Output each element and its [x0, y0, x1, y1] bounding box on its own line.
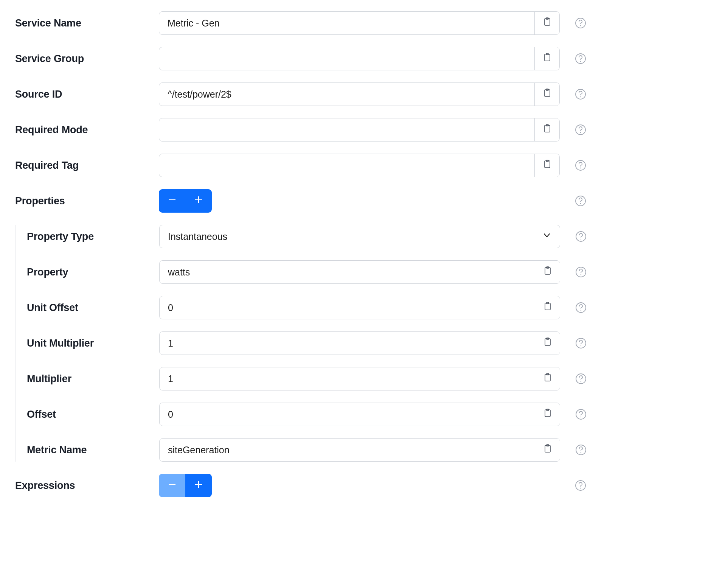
offset-label: Offset: [27, 409, 159, 420]
clipboard-icon: [543, 159, 551, 171]
expressions-help-icon[interactable]: [575, 480, 586, 491]
clipboard-icon: [543, 408, 552, 420]
property-help-icon[interactable]: [575, 266, 587, 278]
properties-button-group: [159, 189, 212, 213]
expressions-label: Expressions: [15, 480, 159, 492]
clipboard-icon: [543, 17, 551, 29]
unit-multiplier-clipboard-button[interactable]: [535, 332, 560, 355]
property-type-select[interactable]: Instantaneous: [159, 225, 560, 248]
property-type-label: Property Type: [27, 231, 159, 243]
property-type-help-icon[interactable]: [575, 231, 587, 242]
clipboard-icon: [543, 337, 552, 349]
unit-offset-label: Unit Offset: [27, 302, 159, 314]
unit-offset-clipboard-button[interactable]: [535, 296, 560, 319]
properties-remove-button[interactable]: [159, 189, 185, 213]
service-name-label: Service Name: [15, 17, 159, 29]
clipboard-icon: [543, 444, 552, 456]
properties-help-icon[interactable]: [575, 195, 586, 207]
multiplier-label: Multiplier: [27, 373, 159, 385]
required-mode-label: Required Mode: [15, 124, 159, 136]
service-name-help-icon[interactable]: [575, 17, 586, 29]
metric-name-label: Metric Name: [27, 444, 159, 456]
required-tag-input-group: [159, 154, 560, 177]
metric-name-input-group: [159, 438, 560, 462]
clipboard-icon: [543, 302, 552, 314]
plus-icon: [194, 479, 203, 492]
required-mode-clipboard-button[interactable]: [534, 118, 559, 141]
service-group-input-group: [159, 47, 560, 70]
source-id-clipboard-button[interactable]: [534, 83, 559, 106]
clipboard-icon: [543, 53, 551, 65]
clipboard-icon: [543, 124, 551, 136]
multiplier-input[interactable]: [160, 367, 535, 390]
offset-input[interactable]: [160, 403, 535, 426]
minus-icon: [167, 479, 177, 492]
unit-multiplier-help-icon[interactable]: [575, 338, 587, 349]
properties-add-button[interactable]: [185, 189, 212, 213]
service-group-input[interactable]: [159, 47, 534, 70]
service-group-label: Service Group: [15, 53, 159, 65]
unit-multiplier-label: Unit Multiplier: [27, 338, 159, 349]
clipboard-icon: [543, 373, 552, 385]
offset-help-icon[interactable]: [575, 409, 587, 420]
unit-offset-help-icon[interactable]: [575, 302, 587, 313]
multiplier-help-icon[interactable]: [575, 373, 587, 384]
unit-multiplier-input-group: [159, 331, 560, 355]
property-label: Property: [27, 266, 159, 278]
clipboard-icon: [543, 266, 552, 278]
service-group-clipboard-button[interactable]: [534, 47, 559, 70]
property-type-selected-value: Instantaneous: [160, 225, 560, 248]
properties-label: Properties: [15, 195, 159, 207]
plus-icon: [194, 195, 203, 207]
source-id-label: Source ID: [15, 89, 159, 100]
expressions-button-group: [159, 474, 212, 497]
expressions-remove-button[interactable]: [159, 474, 185, 497]
service-name-input[interactable]: [159, 12, 534, 34]
unit-multiplier-input[interactable]: [160, 332, 535, 355]
metric-name-clipboard-button[interactable]: [535, 439, 560, 461]
multiplier-input-group: [159, 367, 560, 390]
source-id-input-group: [159, 82, 560, 106]
required-tag-help-icon[interactable]: [575, 160, 586, 171]
required-mode-help-icon[interactable]: [575, 124, 586, 135]
service-name-input-group: [159, 11, 560, 35]
offset-clipboard-button[interactable]: [535, 403, 560, 426]
metric-name-help-icon[interactable]: [575, 444, 587, 456]
property-clipboard-button[interactable]: [535, 261, 560, 283]
required-tag-label: Required Tag: [15, 160, 159, 171]
required-tag-clipboard-button[interactable]: [534, 154, 559, 177]
property-input[interactable]: [160, 261, 535, 283]
service-group-help-icon[interactable]: [575, 53, 586, 64]
clipboard-icon: [543, 88, 551, 100]
metric-name-input[interactable]: [160, 439, 535, 461]
source-id-input[interactable]: [159, 83, 534, 106]
source-id-help-icon[interactable]: [575, 89, 586, 100]
required-mode-input[interactable]: [159, 118, 534, 141]
expressions-add-button[interactable]: [185, 474, 212, 497]
unit-offset-input[interactable]: [160, 296, 535, 319]
required-tag-input[interactable]: [159, 154, 534, 177]
unit-offset-input-group: [159, 296, 560, 319]
required-mode-input-group: [159, 118, 560, 142]
offset-input-group: [159, 403, 560, 426]
property-input-group: [159, 260, 560, 284]
service-name-clipboard-button[interactable]: [534, 12, 559, 34]
multiplier-clipboard-button[interactable]: [535, 367, 560, 390]
minus-icon: [167, 195, 177, 207]
